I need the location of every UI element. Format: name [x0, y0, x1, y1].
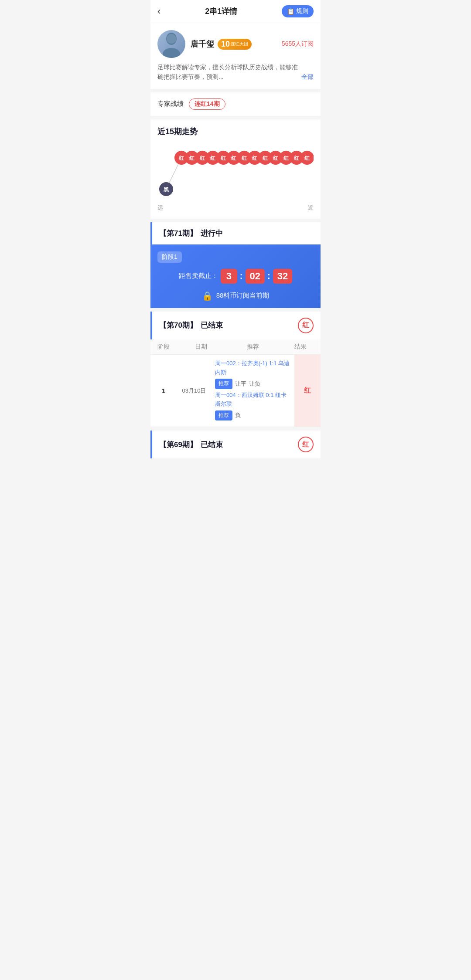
active-card: 阶段1 距售卖截止： 3 : 02 : 32 🔒 88料币订阅当前期 — [150, 244, 321, 308]
trend-section: 近15期走势 黑 红 红 红 红 红 红 红 红 红 — [150, 119, 321, 219]
svg-text:红: 红 — [178, 155, 184, 161]
period-70-title: 【第70期】 — [159, 320, 197, 330]
stage-badge: 阶段1 — [157, 251, 182, 263]
row-result: 红 — [294, 355, 321, 427]
countdown-sep-1: : — [240, 271, 243, 281]
period-71-section: 【第71期】 进行中 阶段1 距售卖截止： 3 : 02 : 32 🔒 88料币… — [150, 222, 321, 308]
performance-section: 专家战绩 连红14期 — [150, 92, 321, 116]
svg-text:红: 红 — [252, 155, 258, 161]
expert-card: 唐千玺 10 连红天团 5655人订阅 足球比赛解读专家，擅长分析球队历史战绩，… — [150, 23, 321, 89]
row-stage: 1 — [150, 355, 177, 427]
col-stage: 阶段 — [157, 343, 184, 351]
svg-text:红: 红 — [210, 155, 216, 161]
row-recommend: 周一002：拉齐奥(-1) 1:1 乌迪内斯 推荐 让平 让负 周一004：西汉… — [212, 355, 294, 427]
lock-row[interactable]: 🔒 88料币订阅当前期 — [157, 291, 314, 301]
period-69-status: 已结束 — [201, 440, 223, 450]
show-all-button[interactable]: 全部 — [301, 72, 314, 81]
rules-icon: 📋 — [287, 8, 294, 15]
expert-name: 唐千玺 — [191, 39, 214, 49]
rules-button[interactable]: 📋 规则 — [282, 5, 314, 17]
svg-text:红: 红 — [199, 155, 205, 161]
expert-description: 足球比赛解读专家，擅长分析球队历史战绩，能够准确把握比赛节奏，预测... 全部 — [157, 62, 314, 82]
streak-tag: 连红14期 — [189, 98, 225, 110]
col-result: 结果 — [287, 343, 314, 351]
period-70-result-badge: 红 — [298, 318, 314, 333]
countdown-label: 距售卖截止： — [179, 272, 218, 280]
lock-text: 88料币订阅当前期 — [216, 292, 270, 300]
lock-icon: 🔒 — [202, 291, 213, 301]
col-recommend: 推荐 — [218, 343, 287, 351]
period-69-title: 【第69期】 — [159, 440, 197, 450]
trend-title: 近15期走势 — [157, 126, 314, 137]
countdown-row: 距售卖截止： 3 : 02 : 32 — [157, 269, 314, 284]
match-tags-2: 推荐 负 — [215, 410, 291, 420]
countdown-minutes: 02 — [246, 269, 265, 284]
period-69-result-badge: 红 — [298, 437, 314, 452]
period-70-header: 【第70期】 已结束 红 — [150, 312, 321, 339]
back-button[interactable]: ‹ — [157, 6, 160, 17]
trend-chart: 黑 红 红 红 红 红 红 红 红 红 红 红 红 — [157, 146, 314, 202]
performance-label: 专家战绩 — [157, 100, 184, 108]
svg-point-1 — [163, 48, 180, 58]
svg-text:红: 红 — [189, 155, 195, 161]
svg-text:红: 红 — [304, 155, 310, 161]
trend-far-label: 远 — [157, 204, 163, 212]
svg-text:红: 红 — [294, 155, 300, 161]
match-tags-1: 推荐 让平 让负 — [215, 379, 291, 389]
svg-text:红: 红 — [241, 155, 247, 161]
period-70-status: 已结束 — [201, 320, 223, 330]
avatar — [157, 30, 185, 58]
match-title-1: 周一002：拉齐奥(-1) 1:1 乌迪内斯 — [215, 359, 291, 377]
streak-number: 10 — [221, 40, 230, 49]
svg-text:红: 红 — [231, 155, 237, 161]
rules-label: 规则 — [296, 7, 308, 15]
svg-point-2 — [167, 34, 176, 44]
tag-option-3: 负 — [235, 411, 241, 420]
table-row: 1 03月10日 周一002：拉齐奥(-1) 1:1 乌迪内斯 推荐 让平 让负… — [150, 355, 321, 427]
period-71-status: 进行中 — [201, 228, 223, 238]
trend-labels: 远 近 — [157, 204, 314, 212]
countdown-sep-2: : — [267, 271, 270, 281]
period-69-section: 【第69期】 已结束 红 — [150, 431, 321, 458]
svg-text:红: 红 — [220, 155, 226, 161]
page-title: 2串1详情 — [205, 6, 237, 17]
period-70-section: 【第70期】 已结束 红 阶段 日期 推荐 结果 1 03月10日 周一002：… — [150, 312, 321, 427]
header: ‹ 2串1详情 📋 规则 — [150, 0, 321, 23]
svg-text:红: 红 — [262, 155, 268, 161]
svg-text:黑: 黑 — [164, 187, 169, 193]
row-date: 03月10日 — [177, 355, 212, 427]
table-header: 阶段 日期 推荐 结果 — [150, 339, 321, 355]
period-71-header: 【第71期】 进行中 — [150, 222, 321, 244]
trend-near-label: 近 — [308, 204, 314, 212]
svg-text:红: 红 — [273, 155, 279, 161]
tag-recommend-2: 推荐 — [215, 410, 232, 420]
countdown-seconds: 32 — [273, 269, 292, 284]
svg-text:红: 红 — [283, 155, 289, 161]
period-69-header: 【第69期】 已结束 红 — [150, 431, 321, 458]
subscribers-count: 5655人订阅 — [282, 40, 314, 48]
period-71-title: 【第71期】 — [159, 228, 197, 238]
col-date: 日期 — [184, 343, 218, 351]
countdown-hours: 3 — [221, 269, 237, 284]
streak-badge: 10 连红天团 — [218, 39, 252, 50]
match-title-2: 周一004：西汉姆联 0:1 纽卡斯尔联 — [215, 391, 291, 409]
tag-option-1: 让平 — [235, 380, 246, 389]
streak-label: 连红天团 — [231, 41, 248, 47]
tag-recommend-1: 推荐 — [215, 379, 232, 389]
tag-option-2: 让负 — [249, 380, 260, 389]
